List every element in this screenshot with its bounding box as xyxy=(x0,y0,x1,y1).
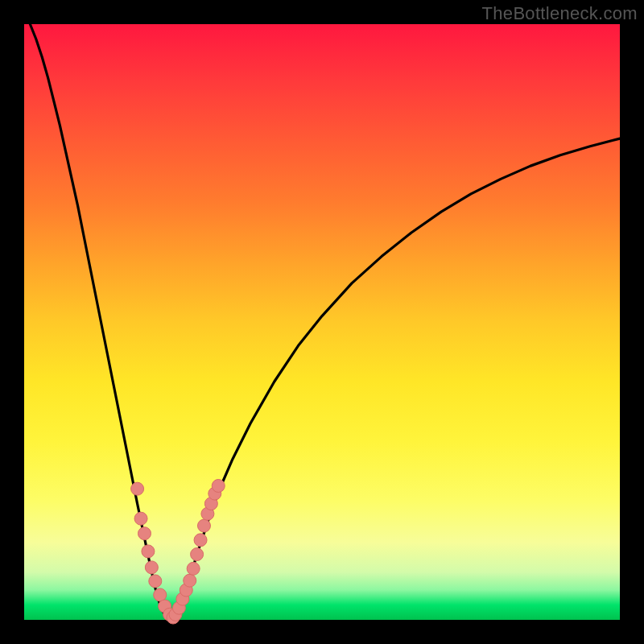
curve-marker xyxy=(134,512,147,525)
curve-marker xyxy=(184,574,196,587)
curve-layer xyxy=(24,24,620,620)
bottleneck-curve xyxy=(30,24,620,620)
curve-marker xyxy=(197,519,210,532)
watermark-text: TheBottleneck.com xyxy=(482,3,638,24)
curve-marker xyxy=(131,482,144,495)
chart-container: TheBottleneck.com xyxy=(0,0,644,644)
plot-area xyxy=(24,24,620,620)
curve-marker xyxy=(187,562,200,575)
curve-marker xyxy=(142,545,155,558)
curve-marker xyxy=(145,561,158,574)
curve-markers xyxy=(131,480,225,625)
curve-marker xyxy=(212,480,225,493)
curve-marker xyxy=(191,548,204,561)
curve-marker xyxy=(194,534,207,547)
curve-marker xyxy=(138,527,151,540)
curve-marker xyxy=(149,575,162,588)
